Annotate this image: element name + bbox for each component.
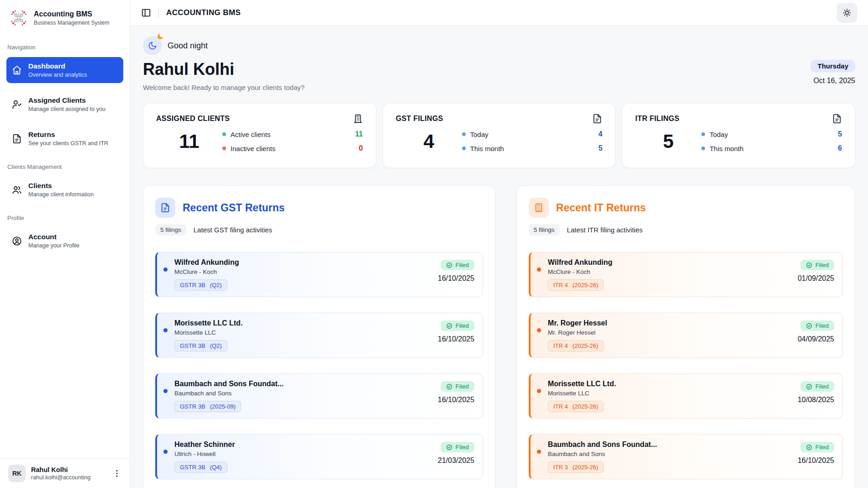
return-type-badge: GSTR 3B (2025-09) xyxy=(174,401,241,412)
check-circle-icon xyxy=(806,262,812,268)
filed-status-badge: Filed xyxy=(800,381,834,392)
nav-item-title: Returns xyxy=(28,131,108,139)
itr-section-title: Recent IT Returns xyxy=(556,202,646,214)
return-type-badge: GSTR 3B (Q2) xyxy=(174,279,227,291)
stat-card-value: 5 xyxy=(635,131,701,152)
sidebar-user[interactable]: RK Rahul Kolhi rahul.kolhi@accounting xyxy=(0,458,130,488)
theme-toggle-button[interactable] xyxy=(837,3,857,22)
stat-dot xyxy=(222,132,226,136)
sidebar-item-assigned-clients[interactable]: Assigned Clients Manage client assigned … xyxy=(6,91,123,117)
return-type-badge: ITR 3 (2025-26) xyxy=(548,462,604,473)
client-company: McClure - Koch xyxy=(174,268,239,275)
stat-dot xyxy=(462,147,466,150)
home-icon xyxy=(12,65,22,75)
sidebar-item-returns[interactable]: Returns See your clients GSTR and ITR xyxy=(6,126,123,152)
stat-card-title: ITR FILINGS xyxy=(635,115,679,123)
stat-card-title: GST FILINGS xyxy=(396,115,443,123)
stat-row-label: This month xyxy=(710,145,743,152)
app-tagline: Business Management System xyxy=(34,20,109,26)
user-name: Rahul Kolhi xyxy=(31,466,90,473)
topbar-divider xyxy=(158,8,159,18)
item-status-dot xyxy=(537,328,541,332)
filing-date: 21/03/2025 xyxy=(438,457,474,465)
greeting-message: Welcome back! Ready to manage your clien… xyxy=(143,84,305,91)
check-circle-icon xyxy=(446,383,452,390)
item-status-dot xyxy=(163,328,168,332)
filing-date: 04/09/2025 xyxy=(798,335,834,343)
client-name: Morissette LLC Ltd. xyxy=(174,319,242,327)
stat-row-value: 4 xyxy=(598,130,602,138)
filed-status-badge: Filed xyxy=(800,442,834,452)
recent-gst-returns-card: Recent GST Returns 5 filings Latest GST … xyxy=(143,185,495,488)
user-menu-ellipsis-icon[interactable] xyxy=(112,469,121,478)
sidebar-item-dashboard[interactable]: Dashboard Overview and analytics xyxy=(6,57,123,83)
stat-row-label: Today xyxy=(470,131,489,138)
stat-row-value: 5 xyxy=(838,130,842,138)
nav-item-title: Dashboard xyxy=(28,62,87,70)
stat-row-label: Today xyxy=(710,131,728,138)
check-circle-icon xyxy=(806,323,812,329)
return-item[interactable]: Wilfred Ankunding McClure - Koch GSTR 3B… xyxy=(155,252,483,297)
check-circle-icon xyxy=(446,444,452,451)
filed-status-badge: Filed xyxy=(441,381,474,392)
client-company: Morissette LLC xyxy=(174,329,242,336)
return-item[interactable]: Baumbach and Sons Foundat... Baumbach an… xyxy=(155,373,483,419)
gst-count-badge: 5 filings xyxy=(155,224,186,236)
stat-dot xyxy=(462,132,466,136)
avatar: RK xyxy=(8,465,26,482)
sidebar-item-clients[interactable]: Clients Manage client information xyxy=(6,177,123,203)
client-company: Baumbach and Sons xyxy=(174,390,284,397)
nav-item-subtitle: Manage client assigned to you xyxy=(28,106,105,112)
client-company: Baumbach and Sons xyxy=(548,451,657,457)
stats-row: ASSIGNED CLIENTS 11 Active clients 11 In… xyxy=(143,103,855,168)
check-circle-icon xyxy=(446,323,452,329)
filing-date: 16/10/2025 xyxy=(438,396,474,404)
check-circle-icon xyxy=(806,444,812,451)
client-name: Wilfred Ankunding xyxy=(548,258,612,267)
nav-item-title: Clients xyxy=(28,182,94,190)
return-item[interactable]: Wilfred Ankunding McClure - Koch ITR 4 (… xyxy=(529,252,843,297)
sidebar-item-account[interactable]: Account Manage your Profile xyxy=(6,228,123,254)
nav-section-label: Profile xyxy=(7,215,121,221)
stat-dot xyxy=(701,147,705,150)
weekday-badge: Thursday xyxy=(810,60,855,72)
return-item[interactable]: Mr. Roger Hessel Mr. Roger Hessel ITR 4 … xyxy=(529,313,843,358)
client-company: Mr. Roger Hessel xyxy=(548,329,607,336)
return-item[interactable]: Heather Schinner Ullrich - Howell GSTR 3… xyxy=(155,434,483,479)
dashboard-content: Good night Rahul Kolhi Welcome back! Rea… xyxy=(130,26,868,488)
crescent-accent-icon xyxy=(157,33,164,40)
client-company: Ullrich - Howell xyxy=(174,451,235,457)
file-icon xyxy=(832,114,842,124)
item-status-dot xyxy=(537,450,541,454)
return-type-badge: ITR 4 (2025-26) xyxy=(548,340,604,352)
sun-icon xyxy=(842,8,852,17)
stat-row-value: 0 xyxy=(359,144,363,152)
nav-item-title: Account xyxy=(28,233,79,241)
stat-card-value: 11 xyxy=(156,131,222,152)
account-icon xyxy=(12,236,22,246)
stat-card-itr-filings: ITR FILINGS 5 Today 5 This month 6 xyxy=(622,103,855,168)
return-type-badge: GSTR 3B (Q2) xyxy=(174,340,227,352)
user-check-icon xyxy=(12,100,22,110)
stat-row-value: 11 xyxy=(355,130,363,138)
sidebar-toggle-icon[interactable] xyxy=(141,8,151,18)
gst-section-title: Recent GST Returns xyxy=(183,202,285,214)
topbar-title: ACCOUNTING BMS xyxy=(166,8,241,17)
filing-date: 16/10/2025 xyxy=(438,335,474,343)
filed-status-badge: Filed xyxy=(800,260,834,270)
item-status-dot xyxy=(537,389,541,393)
return-item[interactable]: Morissette LLC Ltd. Morissette LLC ITR 4… xyxy=(529,373,843,419)
building-icon xyxy=(353,114,363,124)
stat-dot xyxy=(701,132,705,136)
client-name: Baumbach and Sons Foundat... xyxy=(548,441,657,449)
stat-card-value: 4 xyxy=(396,131,462,152)
nav-section-label: Clients Management xyxy=(7,163,121,170)
return-item[interactable]: Baumbach and Sons Foundat... Baumbach an… xyxy=(529,434,843,479)
client-company: Morissette LLC xyxy=(548,390,616,397)
nav-section-label: Navigation xyxy=(7,44,121,51)
return-item[interactable]: Morissette LLC Ltd. Morissette LLC GSTR … xyxy=(155,313,483,358)
current-date: Oct 16, 2025 xyxy=(810,77,855,85)
stat-card-assigned-clients: ASSIGNED CLIENTS 11 Active clients 11 In… xyxy=(143,103,376,168)
users-icon xyxy=(12,185,22,195)
file-icon xyxy=(12,134,22,144)
